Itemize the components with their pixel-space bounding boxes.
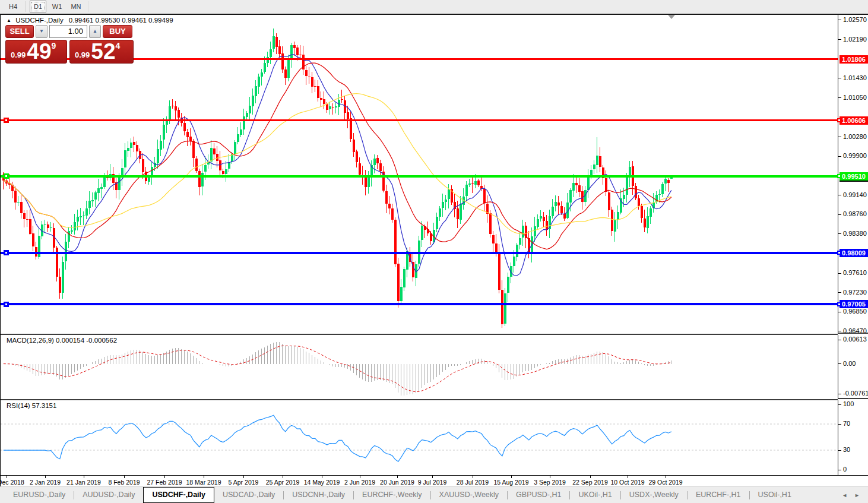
timeframe-button-w1[interactable]: W1 <box>49 1 65 12</box>
candles-layer <box>2 29 673 328</box>
price-axis-label: 1.01050 <box>843 94 867 101</box>
tab-usdcnh-daily[interactable]: USDCNH-,Daily <box>284 487 353 503</box>
date-axis-label: 3 Sep 2019 <box>534 479 566 486</box>
rsi-axis-label: 0 <box>843 466 847 473</box>
date-axis-label: 15 Aug 2019 <box>494 479 529 486</box>
sell-price-big: 49 <box>27 42 51 61</box>
date-axis-label: 21 Jan 2019 <box>66 479 101 486</box>
tab-gbpusd-h1[interactable]: GBPUSD-,H1 <box>508 487 569 503</box>
macd-axis-label: -0.007612 <box>843 390 868 397</box>
date-axis-tick <box>243 476 244 478</box>
price-level-line <box>1 252 838 254</box>
macd-axis-label: 0.00613 <box>843 336 867 343</box>
buy-price-big: 52 <box>91 42 115 61</box>
chart-title: ▲ USDCHF-,Daily 0.99461 0.99530 0.99461 … <box>7 17 173 24</box>
price-axis-tick <box>838 137 841 137</box>
price-level-badge-handle[interactable] <box>837 302 841 306</box>
tab-usdcad-daily[interactable]: USDCAD-,Daily <box>214 487 283 503</box>
shift-end-marker-icon <box>668 15 675 19</box>
tab-usoil-h1[interactable]: USOil-,H1 <box>750 487 800 503</box>
timeframe-button-mn[interactable]: MN <box>68 1 84 12</box>
timeframe-button-h4[interactable]: H4 <box>5 1 21 12</box>
tab-audusd-daily[interactable]: AUDUSD-,Daily <box>74 487 143 503</box>
tab-eurchf-h1[interactable]: EURCHF-,H1 <box>688 487 749 503</box>
tabs-scroll-right-button[interactable]: ► <box>854 492 860 498</box>
rsi-axis[interactable]: 10070300 <box>838 400 868 475</box>
rsi-axis-tick <box>838 424 841 425</box>
buy-price-sup: 4 <box>115 41 120 50</box>
sell-price-sup: 9 <box>51 41 56 50</box>
date-axis-tick <box>204 476 204 478</box>
price-axis-tick <box>838 20 841 20</box>
chart-tab-bar: EURUSD-,DailyAUDUSD-,DailyUSDCHF-,DailyU… <box>0 486 868 503</box>
price-level-badge-handle[interactable] <box>837 174 841 178</box>
price-level-badge-handle[interactable] <box>837 251 841 255</box>
price-axis-label: 0.96470 <box>843 327 867 334</box>
rsi-axis-label: 30 <box>843 446 850 453</box>
timeframe-toolbar: H4D1W1MN <box>0 0 868 14</box>
tabs-scroll-left-button[interactable]: ◄ <box>842 492 847 498</box>
tab-ukoil-h1[interactable]: UKOil-,H1 <box>570 487 620 503</box>
price-level-badge[interactable]: 1.01806 <box>840 55 868 64</box>
date-axis-tick <box>628 476 628 478</box>
price-axis-tick <box>838 97 841 98</box>
date-axis-tick <box>432 476 433 478</box>
price-axis-tick <box>838 292 841 293</box>
volume-decrease-button[interactable]: ▼ <box>36 25 47 38</box>
volume-increase-button[interactable]: ▲ <box>89 25 101 38</box>
tab-xauusd-weekly[interactable]: XAUUSD-,Weekly <box>431 487 507 503</box>
price-axis-tick <box>838 312 841 312</box>
buy-button[interactable]: BUY <box>103 25 132 38</box>
tab-eurchf-weekly[interactable]: EURCHF-,Weekly <box>354 487 430 503</box>
price-axis-tick <box>838 39 841 40</box>
toolbar-separator <box>25 1 26 12</box>
rsi-svg <box>1 400 838 475</box>
date-axis-tick <box>164 476 165 478</box>
price-level-badge-handle[interactable] <box>837 118 841 122</box>
sell-button[interactable]: SELL <box>5 25 34 38</box>
date-axis-label: 14 May 2019 <box>304 479 340 486</box>
timeframe-button-d1[interactable]: D1 <box>30 1 46 12</box>
price-axis-label: 1.02190 <box>843 36 867 43</box>
price-axis-label: 1.01430 <box>843 74 867 81</box>
tab-usdchf-daily[interactable]: USDCHF-,Daily <box>143 487 214 503</box>
tab-eurusd-daily[interactable]: EURUSD-,Daily <box>5 487 74 503</box>
price-level-badge[interactable]: 0.98009 <box>840 249 868 257</box>
price-axis-label: 0.99900 <box>843 152 867 159</box>
price-level-badge[interactable]: 1.00606 <box>840 116 868 125</box>
date-axis-label: 29 Oct 2019 <box>648 479 682 486</box>
price-level-badge[interactable]: 0.97005 <box>840 300 868 308</box>
date-axis-tick <box>322 476 322 478</box>
date-axis[interactable]: 14 Dec 20182 Jan 201921 Jan 20198 Feb 20… <box>1 475 868 488</box>
chart-ohlc-values: 0.99461 0.99530 0.99461 0.99499 <box>69 17 173 24</box>
price-axis-tick <box>838 195 841 195</box>
price-axis-tick <box>838 331 841 331</box>
price-axis-label: 0.97610 <box>843 269 867 276</box>
macd-signal-line <box>4 346 671 391</box>
buy-price-button[interactable]: 0.99 52 4 <box>69 40 134 64</box>
moving-average-line-44 <box>4 94 671 234</box>
volume-input[interactable]: 1.00 <box>49 25 87 38</box>
tab-scroll-buttons: ◄► <box>842 487 868 503</box>
one-click-trading-panel: SELL ▼ 1.00 ▲ BUY 0.99 49 9 0.99 52 4 <box>5 25 134 64</box>
price-axis[interactable]: 1.025701.021901.014301.010501.002800.999… <box>838 15 868 334</box>
price-axis-tick <box>838 78 841 78</box>
rsi-title: RSI(14) 57.3151 <box>7 402 56 409</box>
moving-average-line-20 <box>4 63 671 249</box>
price-axis-label: 0.96850 <box>843 308 867 315</box>
rsi-axis-label: 100 <box>843 400 854 407</box>
chart-collapse-icon[interactable]: ▲ <box>7 18 11 23</box>
date-axis-tick <box>397 476 398 478</box>
price-axis-tick <box>838 156 841 157</box>
date-axis-label: 27 Feb 2019 <box>147 479 182 486</box>
macd-axis-tick <box>838 363 841 364</box>
rsi-indicator-canvas[interactable] <box>1 400 838 475</box>
sell-price-button[interactable]: 0.99 49 9 <box>5 40 67 64</box>
date-axis-label: 10 Oct 2019 <box>610 479 644 486</box>
price-level-badge[interactable]: 0.99510 <box>840 172 868 182</box>
date-axis-label: 22 Sep 2019 <box>572 479 608 486</box>
macd-axis[interactable]: 0.006130.00-0.007612 <box>838 335 868 399</box>
macd-indicator-canvas[interactable] <box>1 335 838 400</box>
tab-usdx-weekly[interactable]: USDX-,Weekly <box>621 487 687 503</box>
price-level-line <box>1 119 838 121</box>
